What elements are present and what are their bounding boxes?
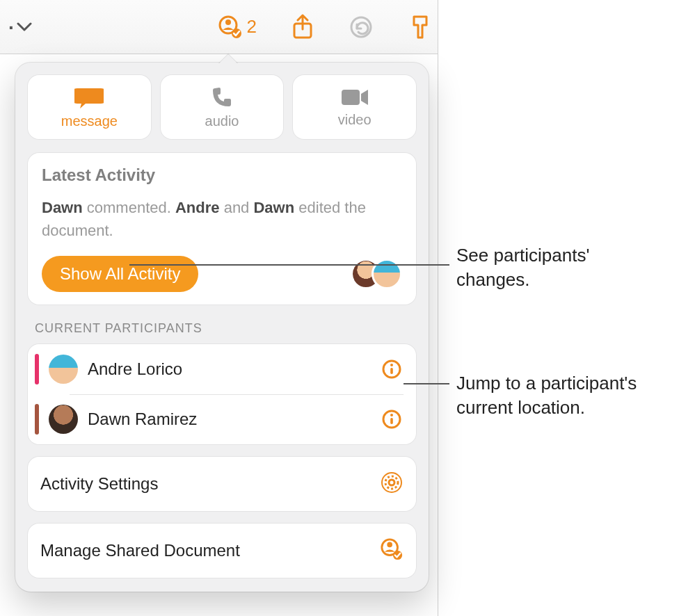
participant-row[interactable]: Andre Lorico <box>28 344 416 394</box>
svg-rect-8 <box>390 368 393 374</box>
current-participants-heading: CURRENT PARTICIPANTS <box>35 321 409 336</box>
activity-avatar-stack <box>351 259 402 289</box>
toolbar-left-group: . <box>8 16 32 38</box>
toolbar-dot: . <box>8 12 14 34</box>
callout-text: Jump to a participant's current location… <box>456 371 672 420</box>
participant-row[interactable]: Dawn Ramirez <box>28 394 416 444</box>
collaborate-icon <box>380 537 404 564</box>
info-icon[interactable] <box>380 407 404 431</box>
manage-shared-document-row[interactable]: Manage Shared Document <box>28 524 416 578</box>
avatar <box>49 405 78 434</box>
latest-activity-title: Latest Activity <box>42 165 402 185</box>
tab-message-label: message <box>61 113 118 129</box>
toolbar-center: 2 <box>218 14 429 40</box>
tab-message[interactable]: message <box>28 75 151 139</box>
collaborate-count: 2 <box>247 16 257 38</box>
svg-point-7 <box>390 364 393 366</box>
communication-tabs: message audio video <box>28 75 416 139</box>
gear-icon <box>380 471 404 497</box>
svg-point-10 <box>390 414 393 416</box>
manage-shared-label: Manage Shared Document <box>40 541 240 560</box>
callout-text: See participants' changes. <box>456 243 651 292</box>
activity-settings-label: Activity Settings <box>40 474 158 494</box>
avatar <box>49 355 78 384</box>
toolbar: . 2 <box>0 0 438 54</box>
svg-point-16 <box>387 542 392 548</box>
callout-line <box>129 264 449 266</box>
show-all-activity-button[interactable]: Show All Activity <box>42 256 198 292</box>
tab-video-label: video <box>338 112 372 128</box>
svg-rect-5 <box>342 90 360 105</box>
svg-point-12 <box>385 476 398 489</box>
share-button[interactable] <box>291 14 314 40</box>
avatar <box>372 259 402 289</box>
participants-list: Andre Lorico Dawn Ramirez <box>28 344 416 444</box>
participant-name: Dawn Ramirez <box>88 410 370 429</box>
format-brush-button[interactable] <box>408 14 432 40</box>
participant-color <box>35 354 39 384</box>
info-icon[interactable] <box>380 357 404 381</box>
undo-button[interactable] <box>349 15 374 40</box>
tab-audio[interactable]: audio <box>161 75 284 139</box>
participant-name: Andre Lorico <box>88 359 370 379</box>
latest-activity-text: Dawn commented. Andre and Dawn edited th… <box>42 196 402 242</box>
collaborate-button[interactable]: 2 <box>218 15 257 40</box>
svg-point-14 <box>389 480 394 485</box>
tab-audio-label: audio <box>205 113 239 129</box>
tab-video[interactable]: video <box>293 75 416 139</box>
svg-rect-11 <box>390 418 393 424</box>
latest-activity-card: Latest Activity Dawn commented. Andre an… <box>28 153 416 305</box>
participant-color <box>35 404 39 435</box>
chevron-down-icon[interactable] <box>17 22 32 32</box>
svg-point-1 <box>225 19 231 25</box>
collaboration-popover: message audio video Latest Activity Dawn… <box>15 63 429 592</box>
callout-line <box>404 383 449 384</box>
activity-settings-row[interactable]: Activity Settings <box>28 457 416 511</box>
